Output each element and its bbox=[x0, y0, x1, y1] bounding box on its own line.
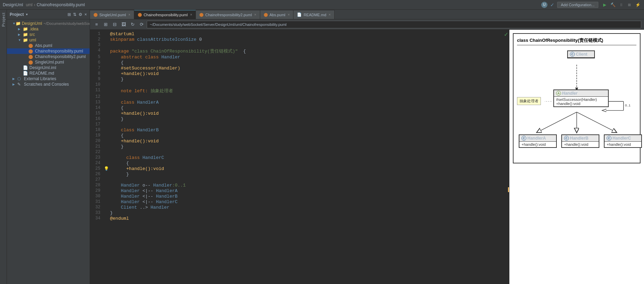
hamburger-button[interactable]: ≡ bbox=[93, 21, 100, 28]
uml-diagram: class ChainOfResponsibility(责任链模式) 0..1 bbox=[513, 33, 641, 163]
note-text: 抽象处理者 bbox=[519, 99, 538, 103]
tree-item-designuml[interactable]: ▼ 📁 DesignUml ~/Documents/study/webSocke… bbox=[7, 21, 90, 26]
path-bar: ~/Documents/study/webSocket/Server/Desig… bbox=[147, 21, 641, 28]
code-line-5: 5 abstract class Handler bbox=[90, 54, 509, 60]
tree-label: uml bbox=[29, 38, 36, 42]
tree-item-single-puml[interactable]: ⬤ SingleUml.puml bbox=[7, 59, 90, 65]
tree-item-uml[interactable]: ▼ 📁 uml bbox=[7, 37, 90, 43]
add-config-button[interactable]: Add Configuration... bbox=[557, 2, 598, 8]
code-line-20: 20 +handle():void bbox=[90, 138, 509, 144]
tree-item-scratches[interactable]: ▶ ✎ Scratches and Consoles bbox=[7, 82, 90, 87]
code-editor[interactable]: ✓ 1 @startuml 2 skinparam classAttribute… bbox=[90, 30, 509, 284]
tree-label: README.md bbox=[29, 71, 54, 76]
tree-item-idea[interactable]: ▶ 📁 .idea bbox=[7, 26, 90, 32]
editor-toolbar: ≡ ⊞ ⊟ 🖼 ↻ ⟳ ~/Documents/study/webSocket/… bbox=[90, 19, 644, 30]
run-button[interactable]: ▶ bbox=[601, 1, 608, 8]
image-button[interactable]: 🖼 bbox=[120, 21, 127, 28]
coverage-button[interactable]: ⚡ bbox=[634, 1, 641, 8]
code-line-32: 32 Client ..> Handler bbox=[90, 205, 509, 210]
tree-label: SingleUml.puml bbox=[35, 60, 64, 65]
code-line-22: 22 bbox=[90, 149, 509, 155]
tree-item-external-libs[interactable]: ▶ ⬡ External Libraries bbox=[7, 76, 90, 82]
gear-icon[interactable]: ⚙ bbox=[79, 12, 82, 17]
tab-readme[interactable]: 📄 README.md × bbox=[293, 10, 334, 19]
arrow-icon: ▼ bbox=[18, 38, 23, 42]
layout-button[interactable]: ⊟ bbox=[111, 21, 118, 28]
structure-button[interactable]: ⊞ bbox=[102, 21, 109, 28]
code-line-8: 8 +handle():void bbox=[90, 71, 509, 76]
refresh-button[interactable]: ↻ bbox=[129, 21, 136, 28]
code-line-29: 29 Handler <|-- HandlerA bbox=[90, 188, 509, 193]
note-box: 抽象处理者 bbox=[517, 97, 541, 105]
tree-item-src[interactable]: ▶ 📁 src bbox=[7, 32, 90, 37]
client-name: Client bbox=[576, 52, 587, 57]
tab-abs[interactable]: ⬤ Abs.puml × bbox=[260, 10, 294, 19]
svg-text:0..1: 0..1 bbox=[625, 104, 631, 107]
tree-label: DesignUml.iml bbox=[29, 65, 56, 70]
breadcrumb-sep1: uml bbox=[26, 2, 33, 7]
tab-icon: ⬤ bbox=[199, 12, 203, 17]
editor-content: ✓ 1 @startuml 2 skinparam classAttribute… bbox=[90, 30, 644, 284]
handler-method1: #setSuccessor(Handler) bbox=[556, 97, 606, 102]
sync-button[interactable]: ⟳ bbox=[138, 21, 145, 28]
code-line-10: 10 bbox=[90, 82, 509, 87]
tab-close-icon[interactable]: × bbox=[288, 13, 290, 17]
tab-chainofresponsibility[interactable]: ⬤ Chainofresponsibility.puml × bbox=[134, 10, 196, 19]
tree-item-readme[interactable]: 📄 README.md bbox=[7, 70, 90, 76]
handlerc-box: C HandlerC +handle():void bbox=[604, 134, 642, 148]
code-line-17: 17 bbox=[90, 122, 509, 127]
code-line-1: 1 @startuml bbox=[90, 31, 509, 37]
avatar: U bbox=[541, 2, 547, 8]
handlerb-box: C HandlerB +handle():void bbox=[561, 134, 599, 148]
handlerb-body: +handle():void bbox=[562, 142, 599, 147]
handlerc-name: HandlerC bbox=[613, 136, 631, 141]
close-sidebar-icon[interactable]: × bbox=[84, 12, 87, 17]
build-button[interactable]: 🔨 bbox=[609, 1, 616, 8]
tree-label: Abs.puml bbox=[35, 43, 52, 48]
expand-icon[interactable]: ⇅ bbox=[73, 12, 76, 17]
preview-panel: class ChainOfResponsibility(责任链模式) 0..1 bbox=[509, 30, 644, 284]
chevron-down-icon: ▾ bbox=[26, 12, 28, 16]
arrow-icon: ▶ bbox=[12, 77, 17, 81]
tab-chainofresponsibility2[interactable]: ⬤ Chainofresponsibility2.puml × bbox=[196, 10, 260, 19]
code-line-30: 30 Handler <|-- HandlerB bbox=[90, 193, 509, 199]
code-line-15: 15 +handle():void bbox=[90, 111, 509, 116]
handler-circle: A bbox=[556, 91, 561, 96]
title-bar: DesignUml uml › Chainofresponsibility.pu… bbox=[0, 0, 644, 10]
tree-item-iml[interactable]: 📄 DesignUml.iml bbox=[7, 65, 90, 70]
folder-icon: 📁 bbox=[23, 27, 28, 31]
project-panel-label[interactable]: Project bbox=[1, 12, 6, 27]
tab-close-icon[interactable]: × bbox=[329, 13, 331, 17]
client-circle: C bbox=[570, 52, 575, 57]
code-line-3: 3 bbox=[90, 42, 509, 48]
handlera-name: HandlerA bbox=[527, 136, 546, 141]
tab-close-icon[interactable]: × bbox=[190, 13, 192, 17]
tab-label: Chainofresponsibility.puml bbox=[144, 13, 188, 17]
scope-icon[interactable]: ⊞ bbox=[67, 12, 71, 17]
handlera-body: +handle():void bbox=[519, 142, 556, 147]
code-line-26: 26 } bbox=[90, 171, 509, 177]
tab-close-icon[interactable]: × bbox=[254, 13, 256, 17]
tree-label: DesignUml bbox=[22, 21, 42, 26]
tree-item-abs-puml[interactable]: ⬤ Abs.puml bbox=[7, 43, 90, 48]
tree-item-chain2-puml[interactable]: ⬤ Chainofresponsibility2.puml bbox=[7, 54, 90, 59]
arrow-icon: ▶ bbox=[18, 33, 23, 36]
app-name: DesignUml bbox=[3, 2, 23, 7]
side-panel-toggle[interactable]: Project bbox=[0, 10, 7, 284]
tree-label: Scratches and Consoles bbox=[24, 82, 69, 87]
code-line-13: 13 class HandlerA bbox=[90, 100, 509, 105]
client-box: C Client bbox=[567, 50, 595, 58]
debug-button[interactable]: ⏸ bbox=[618, 1, 625, 8]
svg-line-8 bbox=[577, 112, 617, 132]
stop-button[interactable]: ⏹ bbox=[626, 1, 633, 8]
code-line-21: 21 } bbox=[90, 144, 509, 149]
folder-icon: 📁 bbox=[16, 21, 21, 26]
code-line-9: 9 } bbox=[90, 76, 509, 82]
handlerc-method: +handle():void bbox=[607, 142, 639, 146]
tab-singleuml[interactable]: ⬤ SingleUml.puml × bbox=[90, 10, 134, 19]
tree-item-chain-puml[interactable]: ⬤ Chainofresponsibility.puml bbox=[7, 48, 90, 54]
handlerb-circle: C bbox=[564, 136, 569, 141]
title-controls: U ✓ Add Configuration... ▶ 🔨 ⏸ ⏹ ⚡ bbox=[541, 1, 641, 8]
bulb-icon[interactable]: 💡 bbox=[104, 166, 110, 171]
tab-close-icon[interactable]: × bbox=[128, 13, 130, 17]
